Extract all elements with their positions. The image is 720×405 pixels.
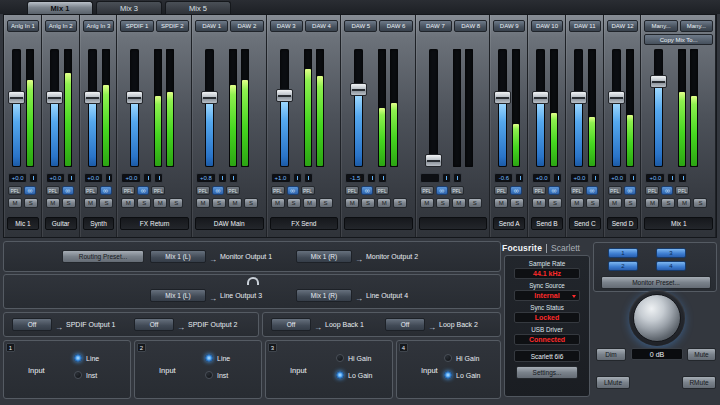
sample-rate-value[interactable]: 44.1 kHz [514,268,580,279]
stereo-link-button[interactable]: ∞ [62,186,74,195]
pan-control[interactable] [453,173,462,183]
mute-button[interactable]: M [84,198,98,208]
channel-name[interactable]: Send C [569,217,601,230]
radio-button[interactable] [336,371,344,379]
mute-button[interactable]: M [452,198,466,208]
mute-button[interactable]: M [494,198,508,208]
input-route-button[interactable]: Anlg In 3 [83,20,115,32]
solo-button[interactable]: S [548,198,562,208]
channel-name[interactable] [344,217,413,230]
stereo-link-button[interactable]: ∞ [661,186,673,195]
radio-option[interactable]: Hi Gain [336,354,382,362]
pan-control[interactable] [367,173,376,183]
fader-handle[interactable] [276,89,293,102]
channel-name[interactable]: Guitar [45,217,77,230]
fader-track[interactable] [130,49,139,167]
input-route-button[interactable]: DAW 1 [195,20,228,32]
fader-handle[interactable] [84,91,101,104]
channel-name[interactable]: Mic 1 [7,217,39,230]
solo-button[interactable]: S [661,198,675,208]
fader-handle[interactable] [201,91,218,104]
radio-option[interactable]: Line [205,354,251,362]
mute-button[interactable]: M [645,198,659,208]
input-route-button[interactable]: DAW 10 [531,20,563,32]
input-route-button[interactable]: DAW 11 [569,20,601,32]
channel-name[interactable]: Send A [493,217,525,230]
source-select-button[interactable]: Mix 1 (L) [150,289,206,302]
solo-button[interactable]: S [99,198,113,208]
routing-preset-button[interactable]: Routing Preset... [62,250,144,263]
monitor-output-button-3[interactable]: 3 [656,248,686,258]
pfl-button[interactable]: PFL [345,186,359,195]
input-route-button[interactable]: DAW 9 [493,20,525,32]
solo-button[interactable]: S [24,198,38,208]
pfl-button[interactable]: PFL [271,186,285,195]
pan-control[interactable] [442,173,451,183]
pfl-button[interactable]: PFL [196,186,210,195]
channel-name[interactable]: FX Return [120,217,189,230]
mute-button[interactable]: M [608,198,622,208]
monitor-volume-knob[interactable] [633,294,681,342]
radio-button[interactable] [444,354,452,362]
left-mute-button[interactable]: LMute [596,376,630,389]
input-route-button[interactable]: DAW 2 [230,20,263,32]
pan-control[interactable] [29,173,38,183]
solo-button[interactable]: S [169,198,183,208]
dim-button[interactable]: Dim [596,348,626,361]
solo-button[interactable]: S [436,198,450,208]
channel-name[interactable]: DAW Main [195,217,264,230]
tab-mix-3[interactable]: Mix 3 [96,1,162,14]
fader-track[interactable] [354,49,363,167]
pfl-button[interactable]: PFL [450,186,464,195]
mute-button[interactable]: M [46,198,60,208]
pfl-button[interactable]: PFL [608,186,622,195]
fader-handle[interactable] [46,91,63,104]
input-route-button[interactable]: Many... [680,20,713,32]
source-select-button[interactable]: Mix 1 (R) [296,250,352,263]
radio-option[interactable]: Hi Gain [444,354,490,362]
pan-control[interactable] [105,173,114,183]
stereo-link-button[interactable]: ∞ [436,186,448,195]
source-select-button[interactable]: Off [134,318,174,331]
fader-track[interactable] [12,49,21,167]
mute-button[interactable]: M [303,198,317,208]
pan-control[interactable] [591,173,600,183]
stereo-link-button[interactable]: ∞ [24,186,36,195]
stereo-link-button[interactable]: ∞ [586,186,598,195]
fader-track[interactable] [50,49,59,167]
pfl-button[interactable]: PFL [84,186,98,195]
fader-handle[interactable] [570,91,587,104]
radio-option[interactable]: Inst [74,371,120,379]
pan-control[interactable] [667,173,676,183]
pan-control[interactable] [293,173,302,183]
solo-button[interactable]: S [624,198,638,208]
solo-button[interactable]: S [212,198,226,208]
channel-name[interactable]: Mix 1 [644,217,713,230]
mute-button[interactable]: Mute [687,348,716,361]
stereo-link-button[interactable]: ∞ [361,186,373,195]
fader-track[interactable] [654,49,663,167]
pfl-button[interactable]: PFL [46,186,60,195]
stereo-link-button[interactable]: ∞ [137,186,149,195]
monitor-output-button-4[interactable]: 4 [656,261,686,271]
pfl-button[interactable]: PFL [645,186,659,195]
mute-button[interactable]: M [532,198,546,208]
pfl-button[interactable]: PFL [151,186,165,195]
pan-control[interactable] [67,173,76,183]
mute-button[interactable]: M [271,198,285,208]
source-select-button[interactable]: Mix 1 (L) [150,250,206,263]
mute-button[interactable]: M [153,198,167,208]
pfl-button[interactable]: PFL [375,186,389,195]
pfl-button[interactable]: PFL [570,186,584,195]
input-route-button[interactable]: DAW 12 [607,20,639,32]
mute-button[interactable]: M [377,198,391,208]
monitor-output-button-1[interactable]: 1 [608,248,638,258]
stereo-link-button[interactable]: ∞ [287,186,299,195]
radio-button[interactable] [205,354,213,362]
pfl-button[interactable]: PFL [8,186,22,195]
solo-button[interactable]: S [137,198,151,208]
fader-handle[interactable] [494,91,511,104]
tab-mix-5[interactable]: Mix 5 [165,1,231,14]
mute-button[interactable]: M [345,198,359,208]
pan-control[interactable] [304,173,313,183]
